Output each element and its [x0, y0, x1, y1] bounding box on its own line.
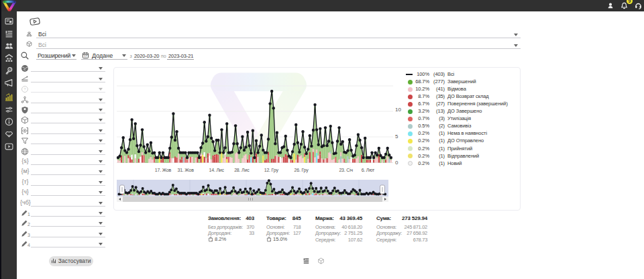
svg-text:x: x [270, 239, 271, 242]
svg-text:x: x [211, 239, 213, 242]
